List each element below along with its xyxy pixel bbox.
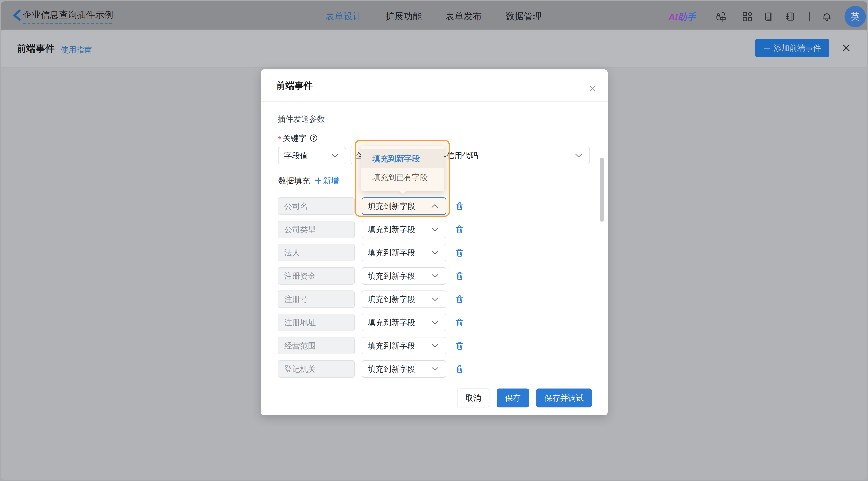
fill-action-select[interactable]: 填充到新字段 (362, 221, 446, 238)
data-fill-row: 注册号 填充到新字段 (261, 290, 608, 308)
back-icon[interactable] (12, 9, 22, 21)
tab-extensions[interactable]: 扩展功能 (385, 10, 422, 23)
trash-icon[interactable] (455, 248, 464, 257)
panel-close-icon[interactable] (842, 43, 851, 53)
modal-dialog: 前端事件 插件发送参数 * 关键字 ? 字段值 企 -信用代码 (261, 69, 608, 415)
data-fill-row: 登记机关 填充到新字段 (261, 360, 608, 378)
data-fill-row: 公司名 填充到新字段 (261, 197, 608, 215)
field-name-input[interactable]: 注册号 (278, 290, 355, 308)
fill-action-select[interactable]: 填充到新字段 (362, 244, 446, 261)
tab-data-manage[interactable]: 数据管理 (505, 10, 542, 23)
plus-icon (764, 44, 771, 52)
book-icon[interactable] (763, 11, 774, 22)
trash-icon[interactable] (455, 294, 464, 304)
data-fill-row: 注册资金 填充到新字段 (261, 267, 608, 285)
fill-action-select[interactable]: 填充到新字段 (362, 360, 446, 378)
data-fill-rows: 公司名 填充到新字段 公司类型 填充到新字段 (261, 69, 608, 415)
chevron-down-icon (431, 319, 439, 326)
fill-action-select[interactable]: 填充到新字段 (362, 290, 446, 308)
chevron-down-icon (431, 295, 439, 303)
trash-icon[interactable] (455, 364, 464, 374)
field-name-input[interactable]: 公司名 (278, 197, 355, 215)
guide-link[interactable]: 使用指南 (61, 45, 92, 55)
tab-form-publish[interactable]: 表单发布 (445, 10, 482, 23)
panel-title: 前端事件 (17, 42, 55, 55)
apps-icon[interactable] (742, 11, 753, 22)
top-navbar: 企业信息查询插件示例 表单设计 扩展功能 表单发布 数据管理 AI助手 A 中 (1, 1, 867, 30)
field-name-input[interactable]: 登记机关 (278, 360, 355, 378)
scrollbar-thumb[interactable] (600, 158, 604, 222)
field-name-input[interactable]: 注册地址 (278, 314, 355, 331)
dropdown-panel: 填充到新字段 填充到已有字段 (361, 146, 444, 191)
form-title[interactable]: 企业信息查询插件示例 (23, 9, 114, 21)
data-fill-row: 注册地址 填充到新字段 (261, 314, 608, 331)
chevron-down-icon (431, 342, 439, 349)
fill-action-select[interactable]: 填充到新字段 (362, 197, 446, 215)
notebook-icon[interactable] (785, 11, 796, 22)
cancel-button[interactable]: 取消 (457, 388, 490, 408)
data-fill-row: 法人 填充到新字段 (261, 244, 608, 261)
trash-icon[interactable] (455, 271, 464, 281)
fill-action-select[interactable]: 填充到新字段 (362, 314, 446, 331)
data-fill-row: 公司类型 填充到新字段 (261, 221, 608, 238)
fill-action-select[interactable]: 填充到新字段 (362, 337, 446, 354)
field-name-input[interactable]: 经营范围 (278, 337, 355, 354)
avatar[interactable]: 英 (844, 6, 866, 27)
fill-action-select[interactable]: 填充到新字段 (362, 267, 446, 285)
footer-divider (262, 380, 607, 380)
translate-icon[interactable]: A 中 (716, 11, 726, 22)
field-name-input[interactable]: 公司类型 (278, 221, 355, 238)
panel-header: 前端事件 使用指南 添加前端事件 (1, 30, 867, 67)
field-name-input[interactable]: 注册资金 (278, 267, 355, 285)
nav-tabs: 表单设计 扩展功能 表单发布 数据管理 (326, 2, 542, 30)
tab-form-design[interactable]: 表单设计 (326, 10, 362, 23)
add-event-button[interactable]: 添加前端事件 (755, 39, 829, 57)
trash-icon[interactable] (455, 201, 464, 211)
nav-divider (809, 12, 810, 21)
save-button[interactable]: 保存 (497, 388, 529, 408)
svg-text:中: 中 (720, 15, 726, 22)
chevron-down-icon (431, 272, 439, 280)
chevron-down-icon (431, 249, 439, 256)
chevron-down-icon (431, 365, 439, 373)
field-name-input[interactable]: 法人 (278, 244, 355, 261)
bell-icon[interactable] (822, 12, 832, 22)
form-title-underline (23, 23, 112, 24)
dropdown-option-selected[interactable]: 填充到新字段 (361, 149, 444, 168)
save-debug-button[interactable]: 保存并调试 (536, 388, 592, 408)
page: 企业信息查询插件示例 表单设计 扩展功能 表单发布 数据管理 AI助手 A 中 (0, 0, 868, 481)
dropdown-option[interactable]: 填充到已有字段 (361, 168, 444, 187)
trash-icon[interactable] (455, 225, 464, 234)
trash-icon[interactable] (455, 341, 464, 350)
chevron-down-icon (431, 226, 439, 233)
ai-assistant-logo[interactable]: AI助手 (669, 11, 696, 23)
chevron-up-icon (431, 202, 438, 210)
trash-icon[interactable] (455, 318, 464, 327)
data-fill-row: 经营范围 填充到新字段 (261, 337, 608, 354)
